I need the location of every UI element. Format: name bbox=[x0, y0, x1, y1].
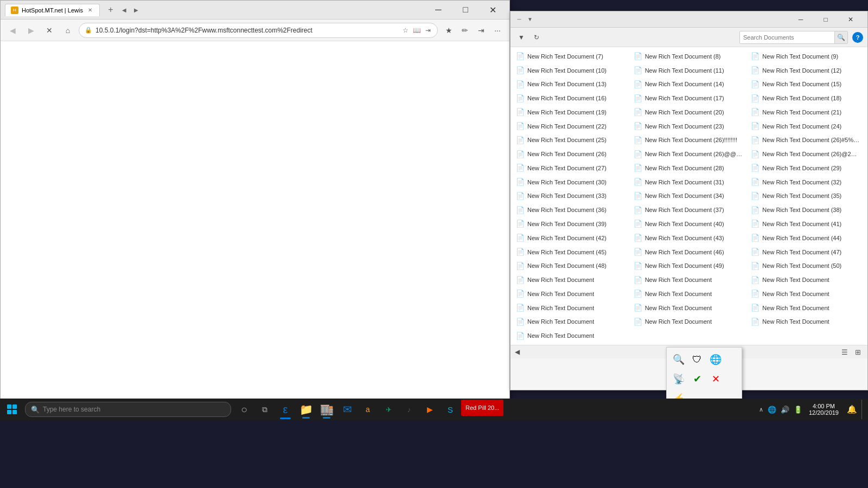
list-item[interactable]: 📄 New Rich Text Document (34) bbox=[630, 189, 748, 203]
list-item[interactable]: 📄 New Rich Text Document (20) bbox=[630, 105, 748, 119]
list-item[interactable]: 📄 New Rich Text Document (27) bbox=[513, 161, 630, 175]
list-item[interactable]: 📄 New Rich Text Document (37) bbox=[630, 203, 748, 217]
list-item[interactable]: 📄 New Rich Text Document (30) bbox=[513, 175, 630, 189]
taskbar-tripadvisor-button[interactable]: ✈ bbox=[379, 400, 398, 419]
list-item[interactable]: 📄 New Rich Text Document (11) bbox=[630, 63, 748, 78]
tray-battery-icon[interactable]: 🔋 bbox=[793, 404, 803, 415]
browser-maximize-button[interactable]: □ bbox=[453, 2, 478, 17]
list-item[interactable]: 📄 New Rich Text Document (38) bbox=[748, 203, 865, 217]
explorer-refresh-button[interactable]: ↻ bbox=[530, 31, 543, 44]
taskbar-vlc-button[interactable]: ▶ bbox=[420, 400, 439, 419]
list-item[interactable]: 📄 New Rich Text Document (36) bbox=[513, 203, 630, 217]
taskbar-amazon-button[interactable]: a bbox=[358, 400, 378, 419]
list-item[interactable]: 📄 New Rich Text Document (44) bbox=[748, 231, 865, 245]
list-item[interactable]: 📄 New Rich Text Document bbox=[630, 314, 748, 329]
list-item[interactable]: 📄 New Rich Text Document (33) bbox=[513, 189, 630, 203]
help-button[interactable]: ? bbox=[852, 32, 863, 43]
nav-refresh-button[interactable]: ✕ bbox=[42, 23, 57, 38]
list-item[interactable]: 📄 New Rich Text Document (26)!!!!!!!! bbox=[630, 133, 748, 147]
list-item[interactable]: 📄 New Rich Text Document (41) bbox=[748, 217, 865, 231]
tray-volume-icon[interactable]: 🔊 bbox=[780, 404, 790, 415]
list-item[interactable]: 📄 New Rich Text Document (23) bbox=[630, 119, 748, 133]
bookmark-star-icon[interactable]: ☆ bbox=[401, 25, 410, 35]
notification-button[interactable]: 🔔 bbox=[844, 402, 859, 417]
list-item[interactable]: 📄 New Rich Text Document (32) bbox=[748, 175, 865, 189]
taskbar-overflow-button[interactable]: ∧ bbox=[758, 405, 764, 414]
list-item[interactable]: 📄 New Rich Text Document (28) bbox=[630, 161, 748, 175]
start-button[interactable] bbox=[2, 400, 22, 419]
tab-nav-next-button[interactable]: ▶ bbox=[131, 5, 141, 15]
list-item[interactable]: 📄 New Rich Text Document bbox=[748, 301, 865, 315]
tray-icon-globe[interactable]: 🌐 bbox=[708, 352, 723, 367]
search-submit-button[interactable]: 🔍 bbox=[834, 31, 847, 43]
tray-icon-shield[interactable]: 🛡 bbox=[690, 352, 705, 367]
list-item[interactable]: 📄 New Rich Text Document bbox=[630, 273, 748, 287]
taskbar-edge-button[interactable]: ε bbox=[276, 400, 295, 419]
list-item[interactable]: 📄 New Rich Text Document (45) bbox=[513, 245, 630, 259]
list-item[interactable]: 📄 New Rich Text Document (26)#5%^&&^%R^& bbox=[748, 133, 865, 147]
show-desktop-button[interactable] bbox=[861, 400, 866, 419]
favorites-button[interactable]: ★ bbox=[441, 23, 456, 38]
tab-close-button[interactable]: ✕ bbox=[86, 7, 94, 14]
list-item[interactable]: 📄 New Rich Text Document bbox=[513, 287, 630, 301]
new-tab-button[interactable]: + bbox=[104, 3, 117, 16]
list-item[interactable]: 📄 New Rich Text Document (43) bbox=[630, 231, 748, 245]
status-prev-button[interactable]: ◀ bbox=[515, 348, 520, 356]
notes-button[interactable]: ✏ bbox=[457, 23, 473, 38]
list-item[interactable]: 📄 New Rich Text Document (19) bbox=[513, 105, 630, 119]
nav-back-button[interactable]: ◀ bbox=[5, 23, 20, 38]
explorer-minimize-button[interactable]: ─ bbox=[788, 11, 813, 28]
taskbar-skype-button[interactable]: S bbox=[441, 400, 460, 419]
list-item[interactable]: 📄 New Rich Text Document (25) bbox=[513, 133, 630, 147]
grid-view-button[interactable]: ⊞ bbox=[852, 346, 863, 357]
more-button[interactable]: ··· bbox=[490, 23, 505, 38]
list-item[interactable]: 📄 New Rich Text Document (26)@@@@ bbox=[630, 147, 748, 161]
list-item[interactable]: 📄 New Rich Text Document bbox=[513, 314, 630, 329]
list-item[interactable]: 📄 New Rich Text Document (8) bbox=[630, 49, 748, 63]
list-item[interactable]: 📄 New Rich Text Document bbox=[630, 301, 748, 315]
list-item[interactable]: 📄 New Rich Text Document (24) bbox=[748, 119, 865, 133]
list-item[interactable]: 📄 New Rich Text Document (50) bbox=[748, 259, 865, 273]
list-item[interactable]: 📄 New Rich Text Document (29) bbox=[748, 161, 865, 175]
taskbar-explorer-button[interactable]: 📁 bbox=[296, 400, 316, 419]
taskbar-aimp-button[interactable]: ♪ bbox=[399, 400, 419, 419]
share-icon[interactable]: ⇥ bbox=[424, 25, 432, 35]
list-item[interactable]: 📄 New Rich Text Document bbox=[630, 287, 748, 301]
search-input[interactable] bbox=[740, 34, 834, 41]
explorer-dropdown-small[interactable]: ▼ bbox=[526, 15, 534, 24]
explorer-minimize-small[interactable]: ─ bbox=[515, 15, 524, 24]
list-item[interactable]: 📄 New Rich Text Document (16) bbox=[513, 91, 630, 105]
address-bar[interactable]: 🔒 10.5.0.1/login?dst=http%3A%2F%2Fwww.ms… bbox=[79, 23, 438, 38]
tray-icon-search[interactable]: 🔍 bbox=[671, 352, 686, 367]
taskbar-search-bar[interactable]: 🔍 Type here to search bbox=[25, 402, 231, 417]
taskbar-cortana-button[interactable]: ○ bbox=[234, 400, 254, 419]
list-item[interactable]: 📄 New Rich Text Document bbox=[748, 287, 865, 301]
tray-icon-signal[interactable]: 📡 bbox=[671, 371, 686, 387]
share-button[interactable]: ⇥ bbox=[474, 23, 489, 38]
list-item[interactable]: 📄 New Rich Text Document (9) bbox=[748, 49, 865, 63]
browser-tab[interactable]: H HotSpot.MT.net | Lewis ✕ bbox=[5, 4, 100, 16]
explorer-close-button[interactable]: ✕ bbox=[838, 11, 863, 28]
nav-forward-button[interactable]: ▶ bbox=[23, 23, 39, 38]
list-view-button[interactable]: ☰ bbox=[839, 346, 850, 357]
list-item[interactable]: 📄 New Rich Text Document (12) bbox=[748, 63, 865, 78]
list-item[interactable]: 📄 New Rich Text Document (46) bbox=[630, 245, 748, 259]
tray-network-icon[interactable]: 🌐 bbox=[767, 404, 777, 415]
list-item[interactable]: 📄 New Rich Text Document (26) bbox=[513, 147, 630, 161]
explorer-maximize-button[interactable]: □ bbox=[813, 11, 838, 28]
taskbar-taskview-button[interactable]: ⧉ bbox=[255, 400, 275, 419]
list-item[interactable]: 📄 New Rich Text Document (40) bbox=[630, 217, 748, 231]
list-item[interactable]: 📄 New Rich Text Document (42) bbox=[513, 231, 630, 245]
list-item[interactable]: 📄 New Rich Text Document (48) bbox=[513, 259, 630, 273]
list-item[interactable]: 📄 New Rich Text Document (47) bbox=[748, 245, 865, 259]
browser-minimize-button[interactable]: ─ bbox=[426, 2, 451, 17]
list-item[interactable]: 📄 New Rich Text Document bbox=[513, 301, 630, 315]
list-item[interactable]: 📄 New Rich Text Document bbox=[513, 329, 630, 343]
reading-view-icon[interactable]: 📖 bbox=[412, 25, 422, 35]
list-item[interactable]: 📄 New Rich Text Document (22) bbox=[513, 119, 630, 133]
list-item[interactable]: 📄 New Rich Text Document bbox=[748, 273, 865, 287]
taskbar-redpill-button[interactable]: Red Pill 20... bbox=[461, 400, 503, 416]
list-item[interactable]: 📄 New Rich Text Document (7) bbox=[513, 49, 630, 63]
tab-nav-prev-button[interactable]: ◀ bbox=[119, 5, 129, 15]
list-item[interactable]: 📄 New Rich Text Document (39) bbox=[513, 217, 630, 231]
